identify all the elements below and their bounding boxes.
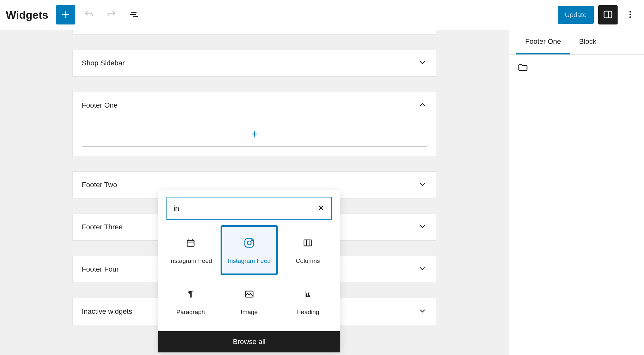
chevron-down-icon (418, 58, 427, 68)
area-title: Footer Two (82, 181, 117, 189)
block-label: Image (241, 308, 258, 316)
chevron-down-icon (418, 264, 427, 274)
toolbar-left: Widgets (6, 5, 143, 24)
block-option-columns[interactable]: Columns (279, 225, 336, 275)
sidebar-content (509, 55, 644, 81)
search-box (166, 197, 332, 220)
chevron-down-icon (418, 180, 427, 190)
image-icon (244, 286, 254, 302)
heading-icon (303, 286, 312, 302)
tab-block[interactable]: Block (570, 30, 605, 54)
block-label: Instagram Feed (228, 257, 270, 265)
block-label: Instagram Feed (169, 257, 212, 265)
undo-button[interactable] (80, 6, 98, 24)
svg-point-7 (251, 240, 252, 241)
block-option-instagram-feed-selected[interactable]: Instagram Feed (221, 225, 278, 275)
widget-area-icon (517, 68, 528, 74)
block-inserter-popover: Instagram Feed Instagram Feed Columns (158, 190, 340, 352)
add-block-inline-button[interactable] (82, 122, 427, 147)
close-icon (317, 207, 325, 213)
instagram-icon (243, 235, 255, 251)
top-toolbar: Widgets Update (0, 0, 644, 30)
svg-point-1 (630, 11, 631, 13)
options-button[interactable] (622, 6, 638, 24)
plus-icon (250, 130, 259, 139)
area-title: Inactive widgets (82, 307, 132, 316)
block-option-heading[interactable]: Heading (279, 276, 336, 326)
plus-icon (61, 9, 71, 21)
area-header-footer-one[interactable]: Footer One (73, 92, 436, 119)
block-label: Paragraph (176, 308, 205, 316)
widget-area-partial (72, 30, 436, 34)
redo-button[interactable] (102, 6, 120, 24)
add-block-button[interactable] (56, 5, 75, 24)
block-label: Heading (297, 308, 319, 316)
editor-canvas: Shop Sidebar Footer One (0, 30, 509, 355)
area-title: Footer Four (82, 265, 119, 273)
widget-area-shop-sidebar: Shop Sidebar (72, 50, 436, 77)
svg-rect-4 (187, 240, 194, 246)
page-title: Widgets (6, 9, 48, 21)
svg-rect-8 (304, 240, 312, 246)
svg-point-6 (247, 241, 251, 245)
area-title: Footer One (82, 101, 118, 110)
list-view-icon (129, 9, 139, 21)
area-title: Shop Sidebar (82, 59, 125, 67)
block-search-input[interactable] (174, 204, 317, 213)
paragraph-icon (186, 286, 195, 302)
document-overview-button[interactable] (125, 6, 143, 24)
area-header-shop-sidebar[interactable]: Shop Sidebar (73, 50, 436, 76)
calendar-icon (185, 235, 196, 251)
block-grid: Instagram Feed Instagram Feed Columns (158, 224, 340, 331)
area-content-footer-one (73, 119, 436, 156)
more-vertical-icon (626, 10, 635, 20)
tab-footer-one[interactable]: Footer One (516, 30, 570, 54)
sidebar-tabs: Footer One Block (509, 30, 644, 55)
browse-all-button[interactable]: Browse all (158, 331, 340, 352)
update-button[interactable]: Update (558, 6, 594, 24)
toolbar-right: Update (558, 5, 638, 24)
settings-panel-button[interactable] (598, 5, 618, 24)
svg-point-3 (630, 16, 631, 18)
chevron-up-icon (418, 100, 427, 110)
block-option-paragraph[interactable]: Paragraph (162, 276, 219, 326)
redo-icon (106, 9, 117, 21)
svg-point-2 (630, 14, 631, 15)
block-label: Columns (296, 257, 320, 265)
clear-search-button[interactable] (317, 204, 325, 213)
chevron-down-icon (418, 222, 427, 232)
search-container (158, 190, 340, 224)
block-option-instagram-feed[interactable]: Instagram Feed (162, 225, 219, 275)
widget-area-footer-one: Footer One (72, 92, 436, 156)
area-title: Footer Three (82, 223, 123, 231)
columns-icon (303, 235, 313, 251)
chevron-down-icon (418, 306, 427, 317)
settings-sidebar: Footer One Block (509, 30, 644, 355)
block-option-image[interactable]: Image (221, 276, 278, 326)
sidebar-toggle-icon (603, 9, 613, 21)
undo-icon (84, 9, 94, 21)
